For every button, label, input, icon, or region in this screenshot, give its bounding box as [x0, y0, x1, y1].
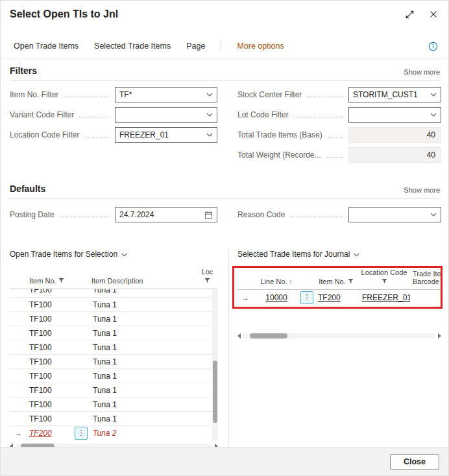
info-icon[interactable]: [428, 42, 438, 51]
header-item-description[interactable]: Item Description: [89, 263, 200, 289]
table-row-selected[interactable]: → TF200 ⋮ Tuna 2: [10, 426, 218, 440]
reason-code-combobox[interactable]: [348, 207, 441, 222]
header-line-no[interactable]: Line No. ↑: [253, 264, 300, 289]
stock-center-filter-input[interactable]: [353, 90, 428, 99]
description-cell[interactable]: Tuna 1: [89, 357, 218, 366]
defaults-divider-line: [10, 198, 440, 199]
description-cell[interactable]: Tuna 1: [89, 372, 218, 381]
item-no-link[interactable]: TF200: [29, 429, 52, 438]
calendar-icon[interactable]: [204, 211, 213, 219]
item-no-cell[interactable]: TF100: [29, 315, 52, 324]
row-actions-button[interactable]: ⋮: [300, 291, 313, 304]
journal-grid-hscrollbar[interactable]: [237, 333, 441, 339]
description-cell[interactable]: Tuna 1: [89, 315, 218, 324]
description-cell[interactable]: Tuna 1: [89, 289, 218, 294]
item-no-cell[interactable]: TF100: [29, 414, 52, 423]
location-code-filter-label: Location Code Filter: [10, 130, 79, 139]
filter-funnel-icon[interactable]: [382, 278, 387, 285]
description-cell[interactable]: Tuna 1: [89, 414, 218, 423]
location-code-filter-combobox[interactable]: [115, 127, 217, 143]
vscrollbar-thumb[interactable]: [213, 361, 217, 423]
description-cell[interactable]: Tuna 1: [89, 386, 218, 395]
header-loc[interactable]: Loc: [200, 263, 218, 289]
filter-funnel-icon[interactable]: [348, 278, 354, 285]
selection-grid-header: Item No. Item Description Loc: [10, 263, 218, 289]
description-cell[interactable]: Tuna 2: [89, 429, 218, 438]
stock-center-filter-combobox[interactable]: [348, 87, 441, 102]
row-actions-button[interactable]: ⋮: [75, 427, 88, 440]
item-no-link[interactable]: TF200: [314, 293, 358, 302]
menu-more-options[interactable]: More options: [237, 42, 284, 51]
chevron-down-icon[interactable]: [206, 113, 213, 117]
lot-code-filter-combobox[interactable]: [348, 107, 441, 123]
field-total-trade-items: Total Trade Items (Base) 40: [237, 127, 441, 143]
item-no-filter-combobox[interactable]: [115, 87, 217, 102]
header-location-code[interactable]: Location Code: [358, 264, 410, 289]
item-no-cell[interactable]: TF100: [29, 372, 52, 381]
scroll-left-icon[interactable]: [237, 333, 241, 339]
description-cell[interactable]: Tuna 1: [89, 300, 218, 309]
journal-grid: Line No. ↑ Item No. Location Code Trade …: [237, 264, 441, 305]
selection-panel-toggle[interactable]: Open Trade Items for Selection: [10, 250, 127, 259]
item-no-filter-input[interactable]: [119, 90, 204, 99]
header-item-no-label: Item No.: [319, 278, 346, 285]
expand-window-icon[interactable]: [405, 10, 415, 19]
chevron-down-icon[interactable]: [206, 93, 213, 97]
menu-page[interactable]: Page: [186, 42, 205, 51]
scroll-right-icon[interactable]: [438, 333, 441, 339]
filters-show-more-link[interactable]: Show more: [404, 68, 440, 76]
table-row[interactable]: TF100 Tuna 1: [10, 340, 218, 355]
description-cell[interactable]: Tuna 1: [89, 343, 218, 352]
variant-code-filter-combobox[interactable]: [115, 107, 217, 123]
table-row[interactable]: TF100 Tuna 1: [10, 355, 218, 369]
menu-selected-trade-items[interactable]: Selected Trade Items: [94, 42, 171, 51]
header-item-no[interactable]: Item No.: [314, 264, 358, 289]
location-code-link[interactable]: FREEZER_01: [358, 293, 410, 302]
hscrollbar-track[interactable]: [243, 333, 435, 339]
chevron-down-icon[interactable]: [206, 133, 213, 137]
item-no-cell[interactable]: TF100: [29, 400, 52, 409]
posting-date-input[interactable]: [119, 210, 202, 219]
description-cell[interactable]: Tuna 1: [89, 329, 218, 338]
table-row[interactable]: TF100 Tuna 1: [10, 298, 218, 312]
journal-grid-header: Line No. ↑ Item No. Location Code Trade …: [237, 264, 441, 290]
item-no-cell[interactable]: TF100: [29, 357, 52, 366]
description-cell[interactable]: Tuna 1: [89, 400, 218, 409]
posting-date-field[interactable]: [115, 207, 217, 222]
filter-funnel-icon[interactable]: [204, 277, 210, 285]
hscrollbar-thumb[interactable]: [250, 333, 287, 339]
table-row[interactable]: TF100 Tuna 1: [10, 369, 218, 383]
close-window-icon[interactable]: [429, 10, 438, 19]
journal-panel-toggle[interactable]: Selected Trade Items for Journal: [237, 250, 359, 259]
item-no-cell[interactable]: TF100: [29, 329, 52, 338]
stock-center-filter-label: Stock Center Filter: [237, 90, 302, 99]
table-row[interactable]: TF100 Tuna 1: [10, 398, 218, 412]
chevron-down-icon[interactable]: [430, 113, 437, 117]
item-no-cell[interactable]: TF100: [29, 386, 52, 395]
reason-code-input[interactable]: [353, 210, 428, 219]
table-row[interactable]: TF100 Tuna 1: [10, 326, 218, 340]
item-no-cell[interactable]: TF100: [29, 343, 52, 352]
item-no-cell[interactable]: TF100: [29, 289, 52, 294]
item-no-cell[interactable]: TF100: [29, 300, 52, 309]
close-button[interactable]: Close: [390, 454, 439, 470]
table-row[interactable]: TF100 Tuna 1: [10, 412, 218, 426]
lot-code-filter-input[interactable]: [353, 110, 428, 119]
chevron-down-icon[interactable]: [430, 213, 437, 217]
header-item-no[interactable]: Item No.: [27, 263, 89, 289]
selection-grid-vscrollbar[interactable]: [212, 289, 218, 440]
dotted-leader: [79, 117, 110, 117]
defaults-show-more-link[interactable]: Show more: [404, 186, 440, 194]
table-row-clipped[interactable]: TF100 Tuna 1: [10, 289, 218, 298]
table-row[interactable]: TF100 Tuna 1: [10, 383, 218, 398]
field-variant-code-filter: Variant Code Filter: [10, 107, 217, 123]
journal-row-selected[interactable]: → 10000 ⋮ TF200 FREEZER_01: [237, 290, 441, 305]
table-row[interactable]: TF100 Tuna 1: [10, 312, 218, 326]
header-trade-item-barcode[interactable]: Trade Ite Barcode: [410, 264, 441, 289]
line-no-link[interactable]: 10000: [253, 293, 300, 302]
variant-code-filter-input[interactable]: [119, 110, 204, 119]
menu-open-trade-items[interactable]: Open Trade Items: [14, 42, 79, 51]
chevron-down-icon[interactable]: [430, 93, 437, 97]
filter-funnel-icon[interactable]: [58, 277, 64, 285]
location-code-filter-input[interactable]: [119, 130, 204, 139]
